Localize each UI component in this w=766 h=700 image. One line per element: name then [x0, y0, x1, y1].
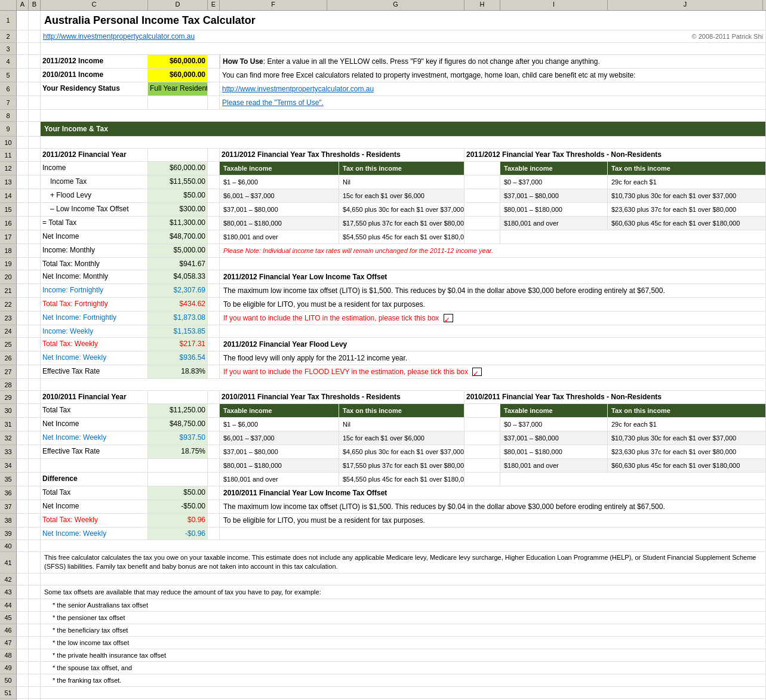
income-tax-label: Income Tax: [41, 175, 148, 189]
row-19: Total Tax: Monthly $941.67: [17, 258, 766, 270]
row-10: [17, 137, 766, 149]
offset-7: * the franking tax offset.: [41, 674, 766, 686]
thresh-res-r3-tax: $4,650 plus 30c for each $1 over $37,000: [339, 203, 464, 216]
lito-2011-header: 2011/2012 Financial Year Low Income Tax …: [220, 270, 766, 283]
how-to-use-line2: You can find more free Excel calculators…: [220, 69, 766, 82]
income-fortnightly-value: $2,307.69: [148, 284, 208, 297]
net-income-weekly-diff-value: -$0.96: [148, 528, 208, 539]
total-tax-fortnightly-label: Total Tax: Fortnightly: [41, 298, 148, 311]
row-24: Income: Weekly $1,153.85: [17, 325, 766, 338]
offset-4: * the low income tax offset: [41, 637, 766, 649]
row-26: Net Income: Weekly $936.54 The flood lev…: [17, 351, 766, 365]
row-5: 2010/2011 Income $60,000.00 You can find…: [17, 69, 766, 82]
spreadsheet-title: Australia Personal Income Tax Calculator: [41, 11, 766, 30]
lito-2011-checkbox[interactable]: ✓: [444, 314, 453, 322]
row-37: Net Income -$50.00 The maximum low incom…: [17, 500, 766, 514]
row-11: 2011/2012 Financial Year 2011/2012 Finan…: [17, 149, 766, 162]
row-32: Net Income: Weekly $937.50 $6,001 – $37,…: [17, 431, 766, 445]
cell-1a: [17, 11, 29, 30]
thresh-2010-res-r1-inc: $1 – $6,000: [220, 418, 339, 431]
flood-levy-checkbox[interactable]: ✓: [472, 368, 482, 376]
income-2010-value[interactable]: $60,000.00: [148, 69, 208, 82]
thresh-2010-res-r5-inc: $180,001 and over: [220, 473, 339, 486]
terms-link[interactable]: Please read the "Terms of Use".: [222, 98, 324, 107]
offset-1: * the senior Australians tax offset: [41, 599, 766, 611]
row-14: + Flood Levy $50.00 $6,001 – $37,000 15c…: [17, 189, 766, 203]
total-tax-monthly-value: $941.67: [148, 258, 208, 270]
income-weekly-value: $1,153.85: [148, 325, 208, 337]
row-13: Income Tax $11,550.00 $1 – $6,000 Nil $0…: [17, 175, 766, 189]
row-numbers: 1234567891011121314151617181920212223242…: [0, 11, 17, 700]
row-9: Your Income & Tax: [17, 122, 766, 137]
residency-value[interactable]: Full Year Resident: [148, 82, 208, 95]
sheet-body: 1234567891011121314151617181920212223242…: [0, 11, 766, 700]
thresholds-2010-nonresidents-header: 2010/2011 Financial Year Tax Thresholds …: [464, 391, 766, 403]
thresh-2010-nonres-r1-inc: $0 – $37,000: [500, 418, 608, 431]
thresh-nonres-r3-income: $80,001 – $180,000: [500, 203, 608, 216]
lito-2010-line2: To be eligible for LITO, you must be a r…: [220, 514, 766, 527]
income-2011-value[interactable]: $60,000.00: [148, 55, 208, 68]
lito-2011-checkbox-label: If you want to include the LITO in the e…: [223, 314, 439, 322]
income-value-r12: $60,000.00: [148, 162, 208, 175]
row-25: Total Tax: Weekly $217.31 2011/2012 Fina…: [17, 338, 766, 351]
net-income-weekly-2011-value: $936.54: [148, 351, 208, 365]
total-tax-2011-label: = Total Tax: [41, 217, 148, 230]
row-7: Please read the "Terms of Use".: [17, 96, 766, 110]
thresh-nonres-r4-income: $180,001 and over: [500, 217, 608, 230]
col-header-k: K: [763, 0, 766, 10]
row-39: Net Income: Weekly -$0.96: [17, 528, 766, 540]
row-33: Effective Tax Rate 18.75% $37,001 – $80,…: [17, 445, 766, 459]
thresh-nonres-empty: [500, 230, 766, 243]
row-17: Net Income $48,700.00 $180,001 and over …: [17, 230, 766, 244]
row-27: Effective Tax Rate 18.83% If you want to…: [17, 365, 766, 379]
income-monthly-value: $5,000.00: [148, 244, 208, 257]
row-15: – Low Income Tax Offset $300.00 $37,001 …: [17, 203, 766, 217]
section-header: Your Income & Tax: [41, 122, 766, 136]
effective-tax-rate-2010-label: Effective Tax Rate: [41, 445, 148, 458]
row-4: 2011/2012 Income $60,000.00 How To Use: …: [17, 55, 766, 69]
row-41: This free calculator calculates the tax …: [17, 552, 766, 573]
col-header-d: D: [148, 0, 208, 10]
row-12: Income $60,000.00 Taxable income Tax on …: [17, 162, 766, 175]
row-offset7: * the franking tax offset.: [17, 674, 766, 687]
net-income-monthly-value: $4,058.33: [148, 270, 208, 283]
row-40: [17, 540, 766, 552]
total-tax-weekly-diff-value: $0.96: [148, 514, 208, 527]
total-tax-2011-value: $11,300.00: [148, 217, 208, 230]
row-offset5: * the private health insurance tax offse…: [17, 649, 766, 662]
row-empty-49: [17, 687, 766, 699]
income-fortnightly-label: Income: Fortnightly: [41, 284, 148, 297]
thresh-res-r4-income: $80,001 – $180,000: [220, 217, 339, 230]
sheet-content: Australia Personal Income Tax Calculator…: [17, 11, 766, 700]
website-link-howto[interactable]: http://www.investmentpropertycalculator.…: [222, 85, 374, 93]
income-monthly-label: Income: Monthly: [41, 244, 148, 257]
thresh-nonres-col1-header: Taxable income: [500, 162, 608, 175]
lito-2011-checkbox-row: If you want to include the LITO in the e…: [220, 312, 766, 325]
thresh-2010-res-r4-tax: $17,550 plus 37c for each $1 over $80,00…: [339, 459, 464, 472]
row-16: = Total Tax $11,300.00 $80,001 – $180,00…: [17, 217, 766, 230]
net-income-fortnightly-label: Net Income: Fortnightly: [41, 312, 148, 325]
website-link-row2[interactable]: http://www.investmentpropertycalculator.…: [43, 32, 195, 41]
col-header-c: C: [41, 0, 148, 10]
net-income-monthly-label: Net Income: Monthly: [41, 270, 148, 283]
thresh-nonres-r2-tax: $10,730 plus 30c for each $1 over $37,00…: [608, 189, 766, 202]
fy2011-header: 2011/2012 Financial Year: [41, 149, 148, 161]
residency-label: Your Residency Status: [41, 82, 148, 95]
net-income-fortnightly-value: $1,873.08: [148, 312, 208, 325]
row-30: Total Tax $11,250.00 Taxable income Tax …: [17, 404, 766, 418]
fy2010-header: 2010/2011 Financial Year: [41, 391, 148, 403]
flood-levy-label: + Flood Levy: [41, 189, 148, 202]
row-38: Total Tax: Weekly $0.96 To be eligible f…: [17, 514, 766, 528]
income-tax-value: $11,550.00: [148, 175, 208, 189]
thresh-nonres-r3-tax: $23,630 plus 37c for each $1 over $80,00…: [608, 203, 766, 216]
net-income-2011-value: $48,700.00: [148, 230, 208, 243]
thresh-2010-nonres-r4-tax: $60,630 plus 45c for each $1 over $180,0…: [608, 459, 766, 472]
col-header-g: G: [327, 0, 464, 10]
thresh-res-r2-tax: 15c for each $1 over $6,000: [339, 189, 464, 202]
thresh-res-col1-header: Taxable income: [220, 162, 339, 175]
col-header-e: E: [208, 0, 220, 10]
thresh-2010-res-col1: Taxable income: [220, 404, 339, 417]
income-label-r12: Income: [41, 162, 148, 175]
lito-2011-line2: To be eligible for LITO, you must be a r…: [220, 298, 766, 311]
thresh-2010-nonres-r2-inc: $37,001 – $80,000: [500, 431, 608, 445]
